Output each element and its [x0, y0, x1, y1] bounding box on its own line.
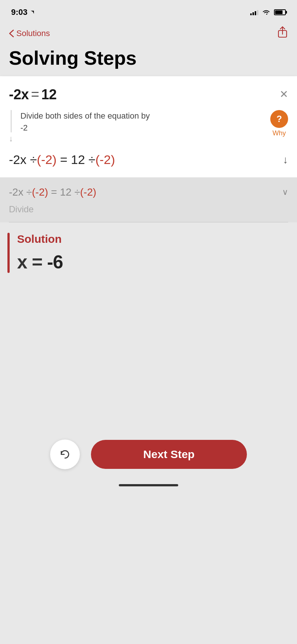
solution-section: Solution x = -6	[0, 222, 297, 283]
wifi-icon	[262, 9, 270, 15]
why-button[interactable]: ?	[270, 110, 288, 128]
step-desc-text: Divide both sides of the equation by-2	[20, 110, 263, 134]
back-button[interactable]: Solutions	[9, 29, 50, 38]
step-line	[11, 110, 12, 132]
share-button[interactable]	[277, 26, 288, 41]
content-spacer	[0, 283, 297, 432]
page-title-section: Solving Steps	[0, 45, 297, 76]
solution-label: Solution	[17, 233, 290, 245]
next-step-button[interactable]: Next Step	[91, 440, 247, 469]
back-chevron-icon	[9, 29, 14, 38]
collapsed-label: Divide	[9, 204, 288, 222]
solution-content: Solution x = -6	[17, 233, 290, 273]
collapsed-equation: -2x ÷(-2) = 12 ÷(-2)	[9, 186, 96, 198]
col-red2: (-2)	[80, 186, 97, 198]
bottom-bar: Next Step	[0, 432, 297, 480]
expand-chevron-icon[interactable]: ∨	[282, 187, 288, 197]
collapsed-section: -2x ÷(-2) = 12 ÷(-2) ∨ Divide	[0, 177, 297, 222]
undo-button[interactable]	[50, 439, 80, 469]
sol-x: x	[17, 252, 27, 273]
location-icon	[30, 10, 35, 15]
result-red2: (-2)	[95, 152, 115, 167]
battery-fill	[275, 10, 283, 14]
status-bar: 9:03	[0, 0, 297, 22]
eq-left: -2x	[9, 87, 29, 102]
col-red1: (-2)	[32, 186, 48, 198]
undo-icon	[58, 448, 72, 461]
step-body: ↓ Divide both sides of the equation by-2…	[9, 110, 288, 144]
step-equation-row: -2x=12 ✕	[9, 87, 288, 103]
step-equation: -2x=12	[9, 87, 56, 103]
home-bar	[119, 484, 178, 486]
download-button[interactable]: ↓	[283, 154, 288, 166]
share-icon	[277, 26, 288, 39]
col-mid: = 12 ÷	[48, 186, 80, 198]
close-button[interactable]: ✕	[280, 88, 288, 100]
eq-right: 12	[41, 87, 56, 102]
step-result-row: -2x ÷(-2) = 12 ÷(-2) ↓	[9, 152, 288, 167]
signal-icon	[250, 9, 258, 15]
step-timeline: ↓	[9, 110, 13, 144]
why-label: Why	[272, 129, 286, 137]
status-time: 9:03	[11, 7, 35, 17]
result-middle: = 12 ÷	[56, 152, 95, 167]
result-prefix: -2x ÷	[9, 152, 37, 167]
solution-value: x = -6	[17, 251, 290, 273]
nav-bar: Solutions	[0, 22, 297, 45]
status-icons	[250, 9, 286, 15]
home-indicator	[0, 480, 297, 494]
collapsed-step[interactable]: -2x ÷(-2) = 12 ÷(-2) ∨	[9, 186, 288, 204]
active-step-card: -2x=12 ✕ ↓ Divide both sides of the equa…	[0, 76, 297, 177]
step-result-equation: -2x ÷(-2) = 12 ÷(-2)	[9, 152, 115, 167]
page-title: Solving Steps	[9, 48, 288, 69]
col-prefix: -2x ÷	[9, 186, 32, 198]
sol-eq: =	[27, 252, 47, 273]
sol-neg6: -6	[47, 252, 63, 273]
battery-icon	[274, 9, 286, 15]
step-arrow: ↓	[9, 134, 13, 144]
step-description: Divide both sides of the equation by-2	[20, 110, 263, 134]
time-text: 9:03	[11, 7, 27, 17]
solution-bar	[7, 233, 10, 273]
eq-equals: =	[31, 87, 39, 102]
back-label: Solutions	[16, 29, 50, 38]
result-red1: (-2)	[37, 152, 56, 167]
why-group[interactable]: ? Why	[270, 110, 288, 137]
why-question-mark: ?	[277, 114, 282, 124]
